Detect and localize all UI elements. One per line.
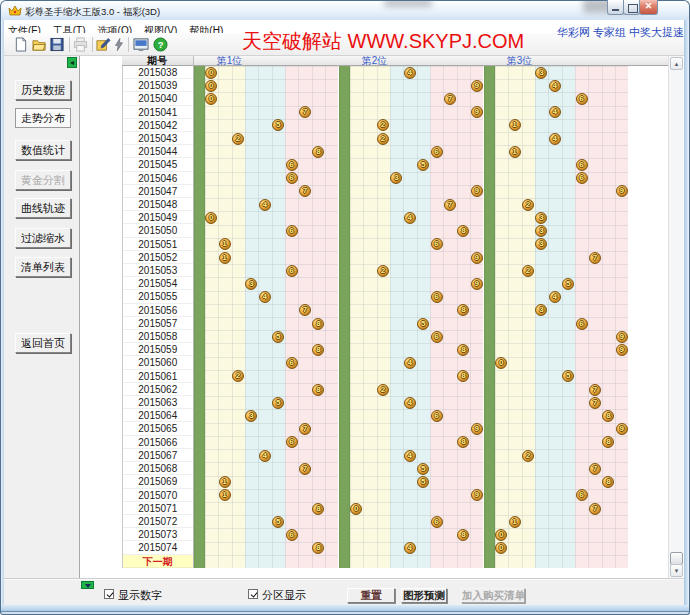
digit-ball: 0	[205, 67, 217, 79]
close-button[interactable]: ✕	[639, 0, 658, 15]
action-button-1[interactable]: 重置	[347, 588, 395, 603]
section-header-1: 第1位	[217, 56, 243, 66]
digit-ball: 7	[589, 463, 601, 475]
digit-ball: 4	[404, 542, 416, 554]
period-label: 2015044	[123, 145, 193, 158]
sidebar-button-7[interactable]: 清单列表	[15, 257, 71, 277]
period-label: 2015041	[123, 106, 193, 119]
window-border-bottom	[0, 605, 690, 615]
period-label: 2015045	[123, 158, 193, 171]
sidebar-button-6[interactable]: 过滤缩水	[15, 228, 71, 248]
period-label: 2015046	[123, 172, 193, 185]
period-column-header: 期号	[122, 56, 194, 66]
digit-ball: 6	[286, 357, 298, 369]
next-period-label: 下一期	[123, 555, 193, 568]
period-label: 2015055	[123, 290, 193, 303]
toolbar-separator	[69, 37, 70, 52]
period-label: 2015050	[123, 224, 193, 237]
digit-ball: 7	[589, 503, 601, 515]
period-label: 2015057	[123, 317, 193, 330]
period-label: 2015038	[123, 66, 193, 79]
lightning-icon[interactable]	[112, 37, 128, 53]
period-label: 2015062	[123, 383, 193, 396]
action-button-2[interactable]: 图形预测	[401, 588, 447, 603]
period-label: 2015074	[123, 541, 193, 554]
digit-ball: 4	[404, 67, 416, 79]
digit-ball: 9	[471, 106, 483, 118]
digit-ball: 1	[219, 489, 231, 501]
open-file-icon[interactable]	[32, 37, 48, 53]
digit-ball: 6	[431, 291, 443, 303]
digit-ball: 6	[576, 318, 588, 330]
digit-ball: 1	[509, 119, 521, 131]
new-file-icon[interactable]	[14, 37, 30, 53]
scroll-up-icon[interactable]: ▲	[670, 57, 683, 70]
digit-ball: 4	[404, 212, 416, 224]
digit-zone	[245, 66, 285, 568]
period-label: 2015064	[123, 409, 193, 422]
sidebar: ◄ 历史数据走势分布数值统计黄金分割曲线轨迹过滤缩水清单列表返回首页	[4, 56, 80, 578]
print-icon[interactable]	[73, 37, 89, 53]
digit-zone	[285, 66, 339, 568]
promo-links[interactable]: 华彩网 专家组 中奖大提速	[557, 25, 684, 40]
edit-icon[interactable]	[96, 37, 112, 53]
period-label: 2015059	[123, 343, 193, 356]
period-label: 2015061	[123, 370, 193, 383]
save-icon[interactable]	[50, 37, 66, 53]
digit-ball: 4	[549, 80, 561, 92]
splitter-toggle-icon[interactable]	[81, 581, 94, 589]
period-label: 2015068	[123, 462, 193, 475]
digit-ball: 6	[431, 146, 443, 158]
digit-ball: 1	[219, 238, 231, 250]
background-window-smudge	[384, 0, 432, 7]
period-label: 2015054	[123, 277, 193, 290]
digit-ball: 2	[522, 199, 534, 211]
sidebar-collapse-icon[interactable]: ◄	[67, 57, 77, 68]
maximize-button[interactable]	[623, 0, 640, 15]
period-label: 2015051	[123, 238, 193, 251]
window-border-right	[684, 20, 690, 605]
digit-ball: 7	[444, 199, 456, 211]
checkbox-label-2: 分区显示	[262, 588, 306, 603]
scroll-down-icon[interactable]: ▼	[670, 564, 683, 577]
sidebar-button-3[interactable]: 数值统计	[15, 140, 71, 160]
sidebar-button-1[interactable]: 历史数据	[15, 80, 71, 100]
digit-ball: 6	[431, 516, 443, 528]
section-header-3: 第3位	[507, 56, 533, 66]
vertical-scrollbar[interactable]: ▲ ▼	[668, 56, 683, 578]
digit-ball: 0	[205, 212, 217, 224]
sidebar-button-5[interactable]: 曲线轨迹	[15, 198, 71, 218]
help-icon[interactable]: ?	[153, 37, 169, 53]
digit-ball: 6	[576, 159, 588, 171]
sidebar-button-8[interactable]: 返回首页	[15, 333, 71, 353]
checkbox-1[interactable]	[104, 589, 114, 599]
chart-window-icon[interactable]	[133, 37, 149, 53]
digit-ball: 4	[404, 450, 416, 462]
period-label: 2015066	[123, 436, 193, 449]
digit-ball: 6	[576, 172, 588, 184]
digit-zone	[495, 66, 535, 568]
digit-ball: 8	[312, 503, 324, 515]
chart-header: 第1位第2位第3位	[122, 56, 668, 66]
period-label: 2015072	[123, 515, 193, 528]
digit-ball: 4	[259, 450, 271, 462]
digit-ball: 1	[219, 252, 231, 264]
period-label: 2015073	[123, 528, 193, 541]
digit-ball: 6	[431, 238, 443, 250]
digit-ball: 2	[377, 265, 389, 277]
checkbox-2[interactable]	[248, 589, 258, 599]
period-label: 2015047	[123, 185, 193, 198]
digit-ball: 7	[589, 384, 601, 396]
window-controls: ✕	[607, 0, 658, 15]
digit-ball: 6	[286, 159, 298, 171]
sidebar-button-2[interactable]: 走势分布	[15, 108, 71, 128]
digit-ball: 4	[404, 357, 416, 369]
digit-ball: 3	[535, 67, 547, 79]
trend-grid: 2015038201503920150402015041201504220150…	[122, 66, 668, 568]
watermark-text: 天空破解站 WWW.SKYPJ.COM	[242, 28, 524, 55]
period-column: 2015038201503920150402015041201504220150…	[122, 66, 194, 568]
section-header-2: 第2位	[362, 56, 388, 66]
minimize-button[interactable]	[607, 0, 624, 15]
period-label: 2015070	[123, 489, 193, 502]
digit-ball: 4	[549, 106, 561, 118]
